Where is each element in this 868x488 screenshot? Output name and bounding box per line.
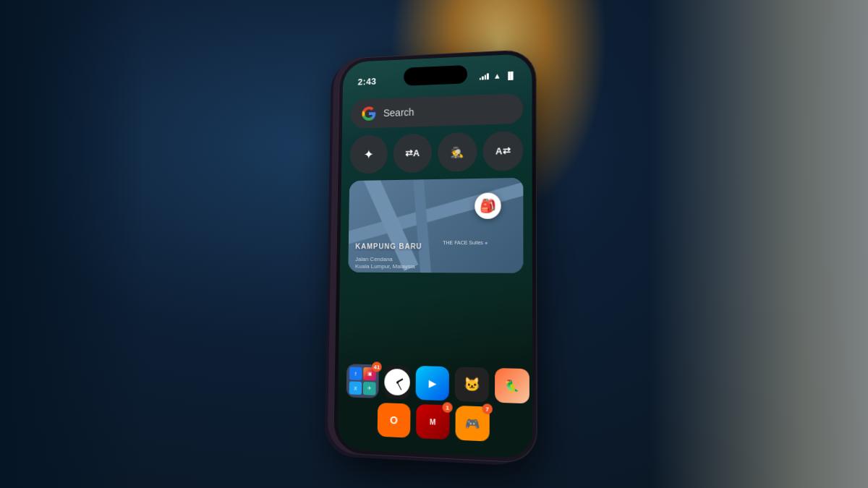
marvel-badge: 1 [442, 402, 452, 413]
game-badge: 7 [482, 403, 492, 414]
marvel-icon: M [430, 417, 435, 426]
app-row-1: f ▣ X ✈ 41 [346, 364, 524, 403]
google-action-row: ✦ ⇄A 🕵 A⇄ [349, 130, 523, 174]
telegram-mini: ✈ [363, 381, 376, 395]
clock-center-dot [396, 380, 399, 382]
widgets-area: Search ✦ ⇄A 🕵 A⇄ [348, 93, 523, 280]
wifi-icon: ▲ [493, 71, 501, 80]
clock-face [384, 368, 410, 395]
video-icon: ▶ [428, 377, 436, 389]
misc-app[interactable]: 🐱 [455, 367, 489, 402]
game-app[interactable]: 🎮 7 [455, 405, 489, 441]
sparkle-icon: ✦ [363, 146, 374, 162]
map-pin: 🎒 [475, 192, 501, 219]
video-app[interactable]: ▶ [416, 365, 449, 400]
clock-app[interactable] [384, 364, 410, 399]
dynamic-island [404, 64, 467, 85]
sparkle-button[interactable]: ✦ [349, 134, 388, 174]
signal-icon [480, 72, 489, 80]
google-search-widget[interactable]: Search [350, 93, 523, 128]
map-poi-label: THE FACE Suites ● [443, 240, 488, 245]
status-icons: ▲ ▐▌ [480, 70, 516, 80]
marvel-app[interactable]: M 1 [416, 403, 450, 439]
map-jalan-label: Jalan Cendana [355, 256, 393, 262]
phone-screen: 2:43 ▲ ▐▌ [337, 53, 532, 458]
translate-button[interactable]: A⇄ [482, 130, 523, 171]
maps-widget[interactable]: KAMPUNG BARU Jalan Cendana Kuala Lumpur,… [348, 177, 523, 273]
google-logo [361, 106, 376, 121]
phone-wrapper: 2:43 ▲ ▐▌ [333, 48, 537, 463]
misc-icon: 🐱 [464, 376, 480, 393]
facebook-mini: f [349, 367, 362, 380]
left-shadow [0, 0, 145, 488]
status-time: 2:43 [357, 75, 376, 86]
orange-icon-1: O [390, 414, 398, 426]
translate-scan-icon: ⇄A [405, 147, 420, 158]
map-city-label: Kuala Lumpur, Malaysia [355, 262, 415, 269]
game-icon: 🎮 [465, 416, 480, 431]
app-dock-area: f ▣ X ✈ 41 [346, 364, 524, 443]
orange-app-1[interactable]: O [378, 402, 411, 437]
iphone: 2:43 ▲ ▐▌ [333, 48, 537, 463]
bird-app[interactable]: 🦜 [495, 367, 529, 403]
incognito-icon: 🕵 [451, 145, 464, 158]
bottom-dock: O M 1 🎮 7 [346, 401, 524, 442]
incognito-button[interactable]: 🕵 [438, 132, 477, 172]
battery-icon: ▐▌ [506, 71, 516, 79]
folder-badge: 41 [372, 361, 382, 372]
map-location-name: KAMPUNG BARU [355, 241, 422, 251]
translate-scan-button[interactable]: ⇄A [393, 133, 432, 173]
translate-icon: A⇄ [495, 145, 511, 156]
search-text: Search [383, 103, 511, 119]
twitter-mini: X [349, 381, 362, 395]
right-wall [651, 0, 868, 488]
social-folder[interactable]: f ▣ X ✈ 41 [346, 364, 379, 398]
bird-icon: 🦜 [505, 378, 520, 393]
